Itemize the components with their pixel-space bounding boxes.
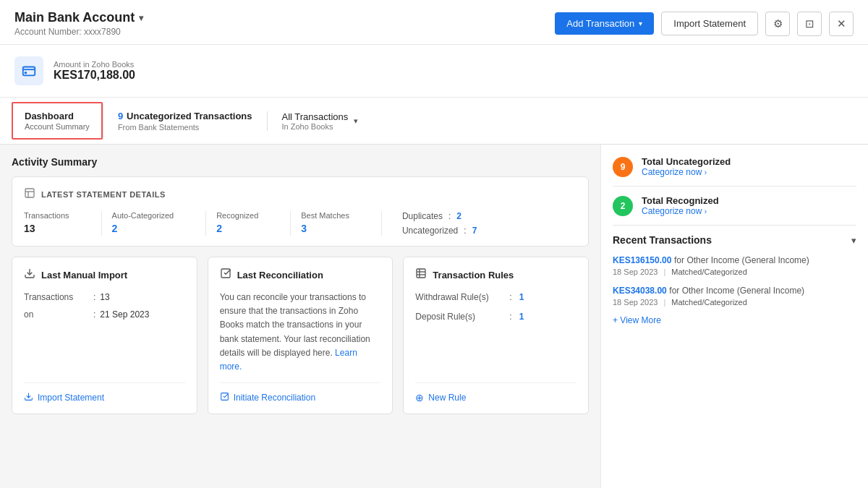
transaction-rules-title: Transaction Rules bbox=[433, 270, 514, 281]
tab-uncategorized-title: 9 Uncategorized Transactions bbox=[118, 111, 252, 121]
transaction-rules-footer: ⊕ New Rule bbox=[415, 382, 576, 403]
reconciliation-link-icon bbox=[220, 392, 229, 403]
rules-icon bbox=[415, 267, 427, 282]
stat-duplicates-row: Duplicates : 2 bbox=[402, 211, 477, 221]
balance-info: Amount in Zoho Books KES170,188.00 bbox=[54, 60, 135, 82]
last-reconciliation-body: You can reconcile your transactions to e… bbox=[220, 291, 381, 374]
tab-uncategorized[interactable]: 9 Uncategorized Transactions From Bank S… bbox=[103, 103, 267, 139]
new-rule-link[interactable]: ⊕ New Rule bbox=[415, 392, 576, 403]
tx-1-date: 18 Sep 2023 bbox=[613, 298, 658, 307]
stat-divider-1 bbox=[101, 211, 102, 236]
tx-1-meta: 18 Sep 2023 | Matched/Categorized bbox=[613, 298, 856, 307]
statement-details-card: Latest Statement Details Transactions 13… bbox=[12, 176, 589, 247]
tab-all-transactions[interactable]: All Transactions In Zoho Books ▾ bbox=[267, 111, 397, 131]
account-number: Account Number: xxxx7890 bbox=[14, 27, 143, 37]
stat-divider-3 bbox=[290, 211, 291, 236]
tab-uncategorized-sub: From Bank Statements bbox=[118, 123, 252, 132]
add-transaction-button[interactable]: Add Transaction ▾ bbox=[555, 12, 654, 35]
import-transactions-field: Transactions : 13 bbox=[24, 291, 185, 304]
import-statement-button[interactable]: Import Statement bbox=[661, 12, 758, 35]
tab-dashboard[interactable]: Dashboard Account Summary bbox=[12, 102, 103, 140]
right-divider-1 bbox=[613, 186, 856, 187]
transaction-rules-header: Transaction Rules bbox=[415, 267, 576, 282]
last-reconciliation-header: Last Reconciliation bbox=[220, 267, 381, 282]
svg-rect-0 bbox=[23, 67, 35, 76]
import-icon bbox=[24, 267, 35, 282]
tx-1-amount[interactable]: KES34038.00 bbox=[613, 286, 667, 296]
comments-button[interactable]: ⊡ bbox=[797, 12, 822, 36]
recognized-info: Total Recognized Categorize now › bbox=[642, 195, 719, 216]
categorize-now-link-1[interactable]: Categorize now › bbox=[642, 167, 731, 177]
import-on-field: on : 21 Sep 2023 bbox=[24, 308, 185, 322]
tx-0-meta: 18 Sep 2023 | Matched/Categorized bbox=[613, 267, 856, 276]
tx-0-description: Other Income (General Income) bbox=[686, 255, 809, 265]
stat-divider-2 bbox=[205, 211, 206, 236]
account-dropdown-icon[interactable]: ▾ bbox=[139, 13, 143, 23]
initiate-reconciliation-link[interactable]: Initiate Reconciliation bbox=[220, 392, 381, 403]
transaction-item-1: KES34038.00 for Other Income (General In… bbox=[613, 285, 856, 307]
tx-0-amount[interactable]: KES136150.00 bbox=[613, 255, 671, 265]
tx-1-description: Other Income (General Income) bbox=[682, 286, 804, 296]
import-statement-link[interactable]: Import Statement bbox=[24, 392, 185, 403]
left-panel: Activity Summary Latest Statement Detail… bbox=[0, 145, 600, 488]
stat-duplicates-col: Duplicates : 2 Uncategorized : 7 bbox=[392, 211, 477, 236]
last-import-header: Last Manual Import bbox=[24, 267, 185, 282]
stat-recognized: Recognized 2 bbox=[216, 211, 280, 236]
view-more-link[interactable]: + View More bbox=[613, 315, 856, 325]
rules-fields: Withdrawal Rule(s) : 1 Deposit Rule(s) :… bbox=[415, 291, 576, 374]
transaction-item-0: KES136150.00 for Other Income (General I… bbox=[613, 254, 856, 276]
tx-0-for: for bbox=[674, 255, 686, 265]
last-import-card: Last Manual Import Transactions : 13 on … bbox=[12, 257, 197, 414]
deposit-rule-row: Deposit Rule(s) : 1 bbox=[415, 310, 576, 324]
tab-all-label: All Transactions bbox=[282, 111, 349, 122]
statement-icon bbox=[24, 187, 35, 201]
uncategorized-title: Total Uncategorized bbox=[642, 156, 731, 167]
page-header: Main Bank Account ▾ Account Number: xxxx… bbox=[0, 0, 868, 45]
tab-dashboard-label: Dashboard bbox=[25, 111, 90, 121]
account-title-row: Main Bank Account ▾ bbox=[14, 10, 143, 25]
account-title-text: Main Bank Account bbox=[14, 10, 135, 25]
last-import-title: Last Manual Import bbox=[41, 270, 127, 281]
stat-uncategorized-row: Uncategorized : 7 bbox=[402, 226, 477, 236]
statement-stats: Transactions 13 Auto-Categorized 2 Recog… bbox=[24, 211, 576, 236]
total-uncategorized-row: 9 Total Uncategorized Categorize now › bbox=[613, 156, 856, 177]
recent-transactions-header: Recent Transactions ▾ bbox=[613, 234, 856, 246]
close-button[interactable]: ✕ bbox=[829, 12, 854, 36]
recent-chevron-icon[interactable]: ▾ bbox=[851, 235, 856, 246]
tab-all-dropdown-icon: ▾ bbox=[354, 116, 358, 126]
account-info: Main Bank Account ▾ Account Number: xxxx… bbox=[14, 10, 143, 37]
withdrawal-rule-row: Withdrawal Rule(s) : 1 bbox=[415, 291, 576, 304]
recent-title: Recent Transactions bbox=[613, 234, 712, 246]
import-link-icon bbox=[24, 392, 33, 403]
activity-summary-title: Activity Summary bbox=[12, 156, 589, 168]
total-recognized-row: 2 Total Recognized Categorize now › bbox=[613, 195, 856, 216]
categorize-arrow-1: › bbox=[705, 168, 707, 176]
svg-rect-7 bbox=[221, 269, 230, 278]
last-import-body: Transactions : 13 on : 21 Sep 2023 bbox=[24, 291, 185, 374]
recognized-title: Total Recognized bbox=[642, 195, 719, 206]
balance-section: Amount in Zoho Books KES170,188.00 bbox=[0, 45, 868, 98]
balance-amount: KES170,188.00 bbox=[54, 69, 135, 82]
balance-icon bbox=[14, 56, 43, 85]
uncategorized-info: Total Uncategorized Categorize now › bbox=[642, 156, 731, 177]
stat-divider-4 bbox=[381, 211, 382, 236]
tx-0-date: 18 Sep 2023 bbox=[613, 267, 658, 276]
last-reconciliation-title: Last Reconciliation bbox=[237, 270, 323, 281]
settings-button[interactable]: ⚙ bbox=[765, 12, 790, 36]
add-transaction-chevron: ▾ bbox=[639, 20, 642, 27]
last-reconciliation-footer: Initiate Reconciliation bbox=[220, 382, 381, 403]
tabs-bar: Dashboard Account Summary 9 Uncategorize… bbox=[0, 98, 868, 145]
svg-rect-2 bbox=[25, 189, 34, 197]
tx-1-status: Matched/Categorized bbox=[671, 298, 747, 307]
new-rule-icon: ⊕ bbox=[415, 392, 424, 403]
transaction-list: KES136150.00 for Other Income (General I… bbox=[613, 254, 856, 307]
recognized-badge: 2 bbox=[613, 196, 633, 216]
balance-label: Amount in Zoho Books bbox=[54, 60, 135, 69]
categorize-now-link-2[interactable]: Categorize now › bbox=[642, 206, 719, 216]
stat-transactions: Transactions 13 bbox=[24, 211, 91, 236]
tx-1-amount-row: KES34038.00 for Other Income (General In… bbox=[613, 285, 856, 296]
right-divider-2 bbox=[613, 225, 856, 226]
header-actions: Add Transaction ▾ Import Statement ⚙ ⊡ ✕ bbox=[555, 12, 854, 36]
reconciliation-icon bbox=[220, 267, 231, 282]
tx-1-for: for bbox=[669, 286, 681, 296]
